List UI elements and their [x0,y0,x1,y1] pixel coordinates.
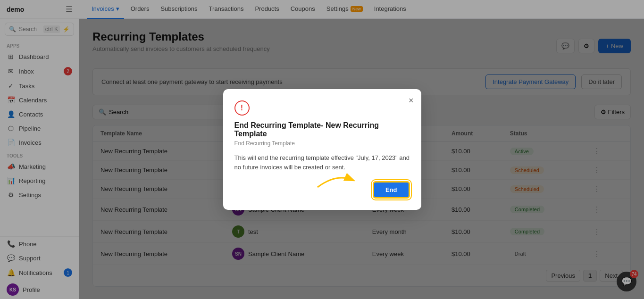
end-button[interactable]: End [373,181,410,199]
arrow-annotation [313,168,360,192]
modal-footer: End [234,181,410,199]
modal-subtitle: End Recurring Template [234,140,410,147]
modal-title: End Recurring Template- New Recurring Te… [234,121,410,138]
modal-close-button[interactable]: × [409,96,414,106]
modal-overlay: × ! End Recurring Template- New Recurrin… [0,0,644,299]
end-template-modal: × ! End Recurring Template- New Recurrin… [223,89,421,210]
modal-body: This will end the recurring template eff… [234,153,410,172]
warning-icon: ! [234,100,250,116]
